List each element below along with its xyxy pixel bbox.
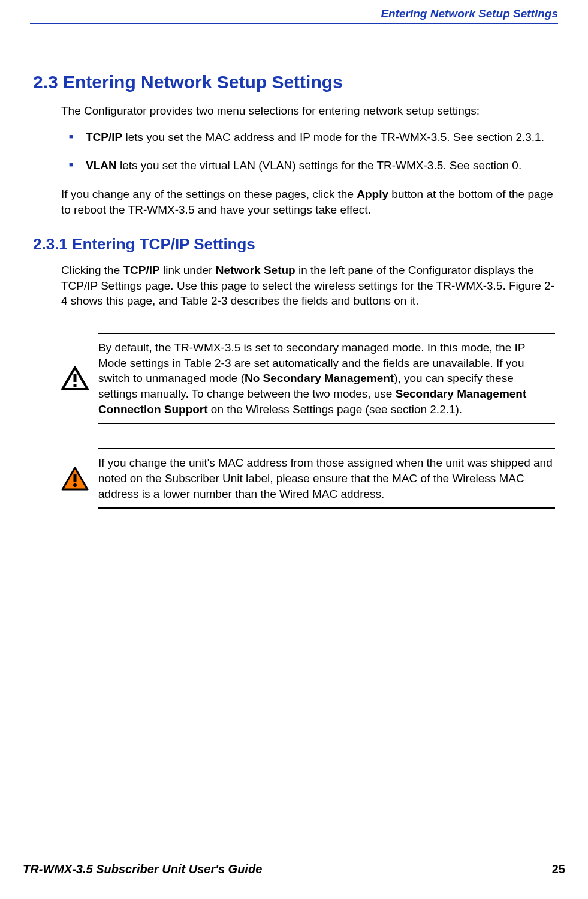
text-span: link under [160,264,216,276]
page-footer: TR-WMX-3.5 Subscriber Unit User's Guide … [23,862,565,876]
list-item-bold: VLAN [86,159,117,172]
svg-rect-1 [74,374,77,382]
header-rule [30,23,558,24]
list-item-text: lets you set the virtual LAN (VLAN) sett… [117,159,521,172]
warning-icon [61,467,98,491]
note-row: By default, the TR-WMX-3.5 is set to sec… [61,334,555,423]
footer-page-number: 25 [552,862,565,876]
svg-point-5 [73,483,77,487]
tcpip-bold: TCP/IP [123,264,160,276]
apply-bold: Apply [357,188,388,200]
note-text: By default, the TR-WMX-3.5 is set to sec… [98,340,555,417]
text-span: If you change any of the settings on the… [61,188,357,200]
note-row: If you change the unit's MAC address fro… [61,449,555,507]
intro-paragraph: The Configurator provides two menu selec… [61,103,555,119]
note-rule-bottom [98,423,555,424]
svg-rect-4 [74,474,77,482]
list-item-text: lets you set the MAC address and IP mode… [122,131,544,143]
warning-note: If you change the unit's MAC address fro… [61,448,555,509]
svg-rect-2 [74,384,77,387]
text-span: Clicking the [61,264,123,276]
list-item: VLAN lets you set the virtual LAN (VLAN)… [69,158,555,173]
note-text: If you change the unit's MAC address fro… [98,455,555,501]
subsection-paragraph: Clicking the TCP/IP link under Network S… [61,263,555,309]
page-header-section: Entering Network Setup Settings [381,7,558,20]
note-rule-bottom [98,507,555,509]
footer-title: TR-WMX-3.5 Subscriber Unit User's Guide [23,862,262,876]
note-bold: No Secondary Management [245,372,394,384]
network-setup-bold: Network Setup [216,264,295,276]
caution-note: By default, the TR-WMX-3.5 is set to sec… [61,333,555,424]
main-content: 2.3 Entering Network Setup Settings The … [33,72,555,509]
apply-paragraph: If you change any of the settings on the… [61,187,555,217]
text-span: on the Wireless Settings page (see secti… [208,403,463,416]
list-item: TCP/IP lets you set the MAC address and … [69,130,555,145]
subsection-heading: 2.3.1 Entering TCP/IP Settings [33,235,555,254]
list-item-bold: TCP/IP [86,131,122,143]
bullet-list: TCP/IP lets you set the MAC address and … [69,130,555,173]
section-heading: 2.3 Entering Network Setup Settings [33,72,555,92]
caution-icon [61,366,98,390]
